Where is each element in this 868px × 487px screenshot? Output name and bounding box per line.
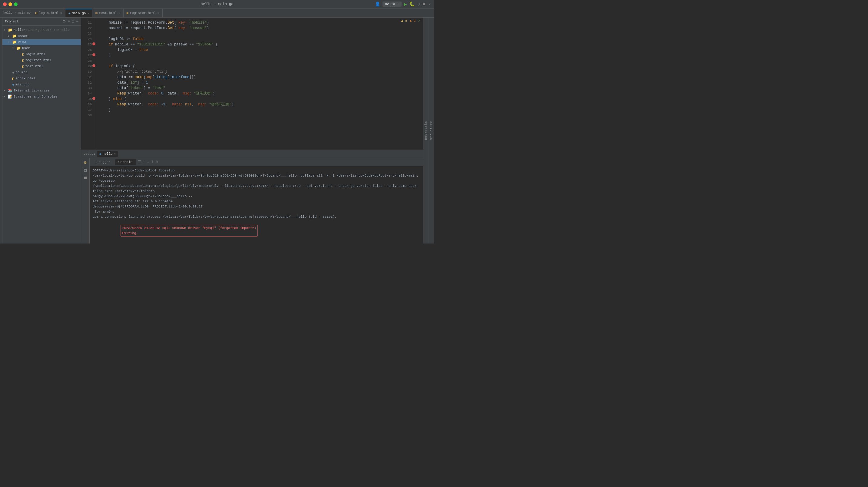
close-icon[interactable]: ✕ bbox=[118, 11, 120, 15]
code-container: 21 22 23 24 25 26 27 28 29 30 31 32 33 3… bbox=[81, 18, 423, 150]
user-icon[interactable]: 👤 bbox=[375, 1, 380, 7]
arrow-icon: ▾ bbox=[4, 28, 8, 32]
tree-item-extlib[interactable]: ▶ 📚 External Libraries bbox=[2, 88, 81, 94]
debug-button[interactable]: 🐛 bbox=[409, 1, 415, 7]
trash-icon[interactable]: 🗑 bbox=[82, 167, 88, 173]
tree-item-label: login.html bbox=[25, 52, 45, 56]
debug-session-tab[interactable]: ◈ hello ✕ bbox=[97, 151, 118, 157]
scratch-icon: 📝 bbox=[8, 94, 12, 99]
close-icon[interactable]: ✕ bbox=[157, 11, 159, 15]
console-line: /Applications/GoLand.app/Contents/plugin… bbox=[93, 184, 420, 194]
tree-item-asset[interactable]: ▶ 📁 asset bbox=[2, 33, 81, 39]
close-session-icon[interactable]: ✕ bbox=[114, 152, 116, 156]
warning-yellow: ▲ 5 bbox=[401, 19, 407, 23]
tab-main[interactable]: ◈ main.go ✕ bbox=[65, 9, 92, 17]
code-line bbox=[100, 31, 423, 36]
down-icon[interactable]: ↓ bbox=[147, 160, 149, 164]
lib-icon: 📚 bbox=[8, 88, 12, 93]
line-num: 23 bbox=[81, 31, 93, 36]
tree-item-gomod[interactable]: ◈ go.mod bbox=[2, 69, 81, 75]
console-line bbox=[93, 242, 420, 243]
error-box: 2023/02/20 21:22:13 sql: unknown driver … bbox=[121, 225, 257, 237]
minimize-panel-icon[interactable]: − bbox=[76, 20, 79, 24]
structure-label: Structure bbox=[430, 121, 433, 140]
debug-label: Debug: bbox=[84, 152, 96, 156]
close-icon[interactable]: ✕ bbox=[87, 11, 89, 15]
list-icon[interactable]: ☰ bbox=[138, 160, 141, 164]
bottom-panel: Debug: ◈ hello ✕ ⚙ 🗑 ⏹ Debugger bbox=[81, 150, 423, 243]
tree-item-view[interactable]: ▾ 📁 view bbox=[2, 39, 81, 45]
code-line: } bbox=[100, 53, 423, 58]
code-line: passwd := request.PostForm.Get( key: "pa… bbox=[100, 25, 423, 31]
tree-item-maingo[interactable]: ◈ main.go bbox=[2, 82, 81, 88]
rerun-button[interactable]: ↺ bbox=[417, 2, 420, 7]
tab-label: register.html bbox=[130, 11, 156, 15]
tree-root[interactable]: ▾ 📁 hello ~/Code/goRoot/src/hello bbox=[2, 27, 81, 33]
tab-login[interactable]: ◧ login.html ✕ bbox=[32, 9, 65, 17]
console-line: b40gy510ns561k298nwtj580000gn/T/GoLand/_… bbox=[93, 194, 420, 199]
tab-debugger[interactable]: Debugger bbox=[91, 159, 114, 165]
mod-icon: ◈ bbox=[12, 70, 14, 75]
project-breadcrumb: hello › main.go bbox=[1, 11, 32, 14]
debug-tabs-content: Debugger Console ☰ ↑ ↓ ⤒ ⊞ GOPATH=/Users… bbox=[90, 158, 423, 243]
editor-area[interactable]: ▲ 5 ▲ 2 ✓ 21 22 23 24 25 26 27 28 29 30 … bbox=[81, 18, 423, 150]
tree-item-login[interactable]: ◧ login.html bbox=[2, 51, 81, 57]
tab-row: hello › main.go ◧ login.html ✕ ◈ main.go… bbox=[0, 8, 434, 18]
stop-button[interactable]: ⏹ bbox=[422, 2, 426, 6]
tree-item-label: Scratches and Consoles bbox=[13, 95, 58, 98]
minimize-button[interactable] bbox=[8, 2, 12, 6]
window-controls bbox=[3, 2, 18, 6]
tree-item-label: user bbox=[22, 46, 30, 50]
table-icon[interactable]: ⊞ bbox=[156, 160, 158, 164]
tree-item-label: view bbox=[18, 40, 26, 44]
line-num: 32 bbox=[81, 80, 93, 85]
tree-item-test[interactable]: ◧ test.html bbox=[2, 63, 81, 69]
settings-icon[interactable]: ⚙ bbox=[72, 19, 74, 24]
title-bar: hello – main.go 👤 hello ▾ ▶ 🐛 ↺ ⏹ ▾ bbox=[0, 0, 434, 8]
html-file-icon: ◧ bbox=[22, 64, 24, 69]
close-icon[interactable]: ✕ bbox=[60, 11, 62, 15]
debug-left-toolbar: ⚙ 🗑 ⏹ bbox=[81, 158, 90, 243]
code-lines[interactable]: mobile := request.PostForm.Get( key: "mo… bbox=[96, 18, 423, 150]
maximize-button[interactable] bbox=[14, 2, 18, 6]
tree-item-register[interactable]: ◧ register.html bbox=[2, 57, 81, 63]
folder-icon: 📁 bbox=[12, 34, 17, 38]
console-error-line: 2023/02/20 21:22:13 sql: unknown driver … bbox=[93, 220, 420, 242]
sidebar-toolbar: Project ⟳ ≡ ⚙ − bbox=[2, 18, 81, 26]
html-icon: ◧ bbox=[127, 11, 128, 15]
close-button[interactable] bbox=[3, 2, 7, 6]
stop-icon[interactable]: ⏹ bbox=[82, 175, 88, 181]
tree-item-index[interactable]: ◧ index.html bbox=[2, 75, 81, 82]
debug-content: ⚙ 🗑 ⏹ Debugger Console ☰ ↑ ↓ ⤒ ⊞ bbox=[81, 158, 423, 243]
title-bar-right: 👤 hello ▾ ▶ 🐛 ↺ ⏹ ▾ bbox=[375, 1, 431, 7]
line-num: 29 bbox=[81, 64, 93, 69]
settings-icon[interactable]: ⚙ bbox=[82, 159, 88, 165]
line-numbers: 21 22 23 24 25 26 27 28 29 30 31 32 33 3… bbox=[81, 18, 96, 150]
up2-icon[interactable]: ⤒ bbox=[151, 160, 154, 164]
console-output: GOPATH=/Users/lishuo/Code/goRoot #gosetu… bbox=[90, 166, 423, 243]
run-button[interactable]: ▶ bbox=[404, 1, 407, 7]
tree-item-label: main.go bbox=[16, 83, 29, 86]
code-line: //{"id":1,"token":"xx"} bbox=[100, 69, 423, 74]
line-num: 27 bbox=[81, 53, 93, 58]
arrow-icon: ▶ bbox=[4, 89, 8, 92]
tree-item-scratches[interactable]: ▶ 📝 Scratches and Consoles bbox=[2, 94, 81, 100]
tab-test[interactable]: ◧ test.html ✕ bbox=[92, 9, 123, 17]
arrow-icon: ▾ bbox=[12, 46, 17, 50]
tab-register[interactable]: ◧ register.html ✕ bbox=[124, 9, 163, 17]
code-line bbox=[100, 58, 423, 64]
tree-item-user[interactable]: ▾ 📁 user bbox=[2, 45, 81, 51]
debug-session-icon: ◈ bbox=[99, 152, 101, 156]
code-line: mobile := request.PostForm.Get( key: "mo… bbox=[100, 20, 423, 25]
tab-console[interactable]: Console bbox=[115, 159, 136, 165]
console-line: API server listening at: 127.0.0.1:59154 bbox=[93, 199, 420, 204]
code-line: data := make(map[string]interface{}) bbox=[100, 74, 423, 80]
console-line: debugserver-@(#)PROGRAM:LLDB PROJECT:lld… bbox=[93, 204, 420, 209]
run-config[interactable]: hello ▾ bbox=[382, 1, 401, 7]
more-button[interactable]: ▾ bbox=[429, 2, 431, 7]
collapse-icon[interactable]: ≡ bbox=[68, 20, 70, 24]
line-num: 31 bbox=[81, 74, 93, 80]
debug-session-label: hello bbox=[103, 152, 113, 156]
sync-icon[interactable]: ⟳ bbox=[63, 19, 66, 24]
up-icon[interactable]: ↑ bbox=[143, 160, 145, 164]
